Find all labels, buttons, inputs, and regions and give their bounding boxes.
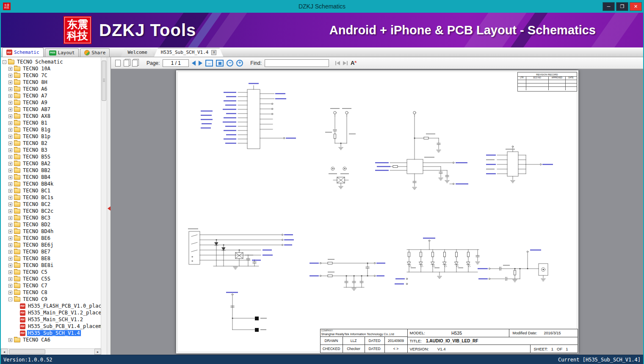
tree-toggle-icon[interactable]: - (8, 297, 12, 301)
tree-folder-TECNO-BE6j[interactable]: +TECNO BE6j (1, 242, 101, 248)
tree-toggle-icon[interactable]: + (8, 277, 12, 281)
tree-folder-TECNO-BB4[interactable]: +TECNO BB4 (1, 174, 101, 181)
find-input[interactable] (265, 59, 329, 67)
tree-folder-TECNO-BE8i[interactable]: +TECNO BE8i (1, 262, 101, 269)
tree-folder-TECNO-A9[interactable]: +TECNO A9 (1, 99, 101, 106)
vertical-scrollbar[interactable] (101, 57, 107, 355)
tree-toggle-icon[interactable]: + (8, 142, 12, 145)
tree-toggle-icon[interactable]: + (8, 94, 12, 98)
tree-folder-TECNO-C5S[interactable]: +TECNO C5S (1, 275, 101, 282)
tree-toggle-icon[interactable]: - (3, 60, 6, 64)
tree-folder-TECNO-7C[interactable]: +TECNO 7C (1, 72, 101, 79)
tree-toggle-icon[interactable]: + (8, 270, 12, 274)
minimize-button[interactable]: ─ (603, 2, 615, 11)
tree-folder-TECNO-10A[interactable]: +TECNO 10A (1, 65, 101, 72)
scroll-right-button[interactable]: ▸ (94, 349, 101, 355)
tab-welcome[interactable]: Welcome (121, 48, 154, 57)
tree-folder-TECNO-A6[interactable]: +TECNO A6 (1, 86, 101, 92)
tree-folder-TECNO-BC2c[interactable]: +TECNO BC2c (1, 208, 101, 214)
horizontal-scrollbar-thumb[interactable] (9, 349, 45, 354)
tree-folder-TECNO-B2[interactable]: +TECNO B2 (1, 140, 101, 147)
tree-folder-TECNO-C9[interactable]: -TECNO C9 (1, 296, 101, 303)
collapse-sidebar-icon[interactable] (108, 206, 111, 211)
tree-toggle-icon[interactable]: + (8, 203, 12, 206)
tree-folder-TECNO-A7[interactable]: +TECNO A7 (1, 92, 101, 99)
tab-share[interactable]: Share (80, 48, 110, 57)
page-input[interactable] (163, 59, 189, 67)
fit-page-icon[interactable]: ▣ (216, 60, 224, 67)
tab-layout[interactable]: PADS Layout (45, 48, 79, 57)
tree-folder-TECNO-BC1s[interactable]: +TECNO BC1s (1, 194, 101, 201)
tree-toggle-icon[interactable]: + (8, 135, 12, 139)
zoom-out-icon[interactable]: − (227, 60, 233, 67)
vertical-scrollbar-thumb[interactable] (102, 61, 106, 101)
tree-toggle-icon[interactable]: + (8, 223, 12, 227)
tree-toggle-icon[interactable]: + (8, 155, 12, 159)
tree-toggle-icon[interactable]: + (8, 67, 12, 71)
tree-folder-TECNO-8H[interactable]: +TECNO 8H (1, 79, 101, 86)
tree-toggle-icon[interactable]: + (8, 114, 12, 118)
tree-file-H535_Sub_PCB_V1.4_placeme[interactable]: PDFH535_Sub_PCB_V1.4_placeme (1, 323, 101, 330)
tree-toggle-icon[interactable]: + (8, 257, 12, 261)
tree-toggle-icon[interactable]: + (8, 338, 12, 342)
tree-file-H535_Main_SCH_V1.2[interactable]: PDFH535_Main_SCH_V1.2 (1, 316, 101, 323)
find-previous-icon[interactable] (335, 61, 340, 65)
tree-toggle-icon[interactable]: + (8, 169, 12, 172)
tree-folder-TECNO-B1[interactable]: +TECNO B1 (1, 119, 101, 126)
find-next-icon[interactable] (343, 61, 348, 65)
tree-toggle-icon[interactable]: + (8, 284, 12, 288)
tree-folder-TECNO-Schematic[interactable]: -TECNO Schematic (1, 58, 101, 65)
tree-folder-TECNO-BB4k[interactable]: +TECNO BB4k (1, 181, 101, 187)
tree-toggle-icon[interactable]: + (8, 189, 12, 193)
facing-pages-icon[interactable] (124, 60, 129, 67)
tree-toggle-icon[interactable]: + (8, 196, 12, 200)
document-area[interactable]: REVISION RECORD LTR ECO NO: APPROVED: DA… (111, 69, 643, 355)
tree-folder-TECNO-B1p[interactable]: +TECNO B1p (1, 133, 101, 140)
tree-toggle-icon[interactable]: + (8, 108, 12, 111)
tree-toggle-icon[interactable]: + (8, 182, 12, 186)
horizontal-scrollbar-track[interactable] (8, 349, 94, 355)
tree-folder-TECNO-AB7[interactable]: +TECNO AB7 (1, 106, 101, 113)
tree-folder-TECNO-AX8[interactable]: +TECNO AX8 (1, 113, 101, 119)
previous-page-icon[interactable] (192, 61, 196, 66)
tree-toggle-icon[interactable]: + (8, 236, 12, 240)
maximize-button[interactable]: ❐ (616, 2, 628, 11)
tab-schematic[interactable]: PDF Schematic (2, 47, 44, 57)
tree-toggle-icon[interactable]: + (8, 175, 12, 179)
tree-folder-TECNO-BD4h[interactable]: +TECNO BD4h (1, 228, 101, 235)
tree-toggle-icon[interactable]: + (8, 209, 12, 213)
tree-file-H535_Sub_SCH_V1.4[interactable]: PDFH535_Sub_SCH_V1.4 (1, 330, 101, 336)
single-page-icon[interactable] (115, 60, 121, 67)
tab-document[interactable]: H535_Sub_SCH_V1.4 x (154, 48, 224, 57)
tree-folder-TECNO-BC2[interactable]: +TECNO BC2 (1, 201, 101, 208)
tree-folder-TECNO-BA2[interactable]: +TECNO BA2 (1, 160, 101, 167)
tree-toggle-icon[interactable]: + (8, 87, 12, 91)
tree-toggle-icon[interactable]: + (8, 148, 12, 152)
tree-toggle-icon[interactable]: + (8, 264, 12, 267)
close-button[interactable]: ✕ (630, 2, 642, 11)
zoom-in-icon[interactable]: + (236, 60, 243, 67)
tree-toggle-icon[interactable]: + (8, 121, 12, 125)
tree-folder-TECNO-BB2[interactable]: +TECNO BB2 (1, 167, 101, 174)
tree-folder-TECNO-BD2[interactable]: +TECNO BD2 (1, 221, 101, 228)
tree-folder-TECNO-CA6[interactable]: +TECNO CA6 (1, 336, 101, 343)
tree-toggle-icon[interactable]: + (8, 250, 12, 254)
fit-width-icon[interactable]: ↔ (205, 60, 213, 67)
scroll-left-button[interactable]: ◂ (1, 349, 8, 355)
tree-folder-TECNO-BE8[interactable]: +TECNO BE8 (1, 255, 101, 262)
horizontal-scrollbar[interactable]: ◂ ▸ (1, 348, 101, 355)
match-case-icon[interactable]: Aa (351, 60, 357, 66)
continuous-pages-icon[interactable] (132, 60, 138, 67)
tree-folder-TECNO-B3[interactable]: +TECNO B3 (1, 147, 101, 153)
tree-folder-TECNO-BC3[interactable]: +TECNO BC3 (1, 214, 101, 221)
tree-folder-TECNO-B1g[interactable]: +TECNO B1g (1, 126, 101, 133)
tab-close-icon[interactable]: x (211, 50, 216, 55)
tree-folder-TECNO-C5[interactable]: +TECNO C5 (1, 269, 101, 275)
tree-folder-TECNO-C8[interactable]: +TECNO C8 (1, 289, 101, 296)
tree-file-H535_FLASH_PCB_V1.0_place[interactable]: PDFH535_FLASH_PCB_V1.0_place (1, 303, 101, 309)
tree-toggle-icon[interactable]: + (8, 128, 12, 132)
tree-toggle-icon[interactable]: + (8, 291, 12, 295)
tree-file-H535_Main_PCB_V1.2_placem[interactable]: PDFH535_Main_PCB_V1.2_placem (1, 309, 101, 316)
tree-folder-TECNO-C7[interactable]: +TECNO C7 (1, 282, 101, 289)
tree-folder-TECNO-BE7[interactable]: +TECNO BE7 (1, 248, 101, 255)
